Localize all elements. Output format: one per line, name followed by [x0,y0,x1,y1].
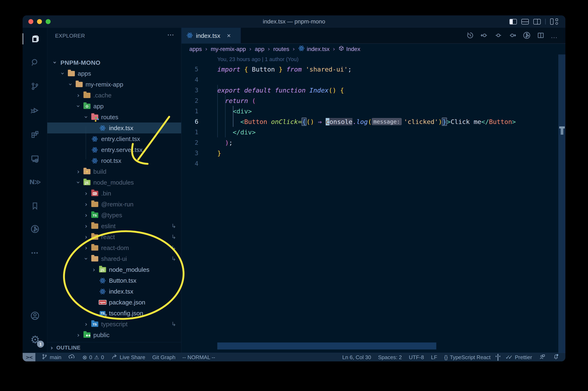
tree-item-pnpm-mono[interactable]: ›PNPM-MONO [47,57,181,68]
status-indentation[interactable]: Spaces: 2 [378,354,402,361]
tree-item-tsconfig-json[interactable]: ›TS⚙tsconfig.json [47,308,181,319]
extensions-icon[interactable] [23,125,47,144]
tree-item-entry-client-tsx[interactable]: ›entry.client.tsx [47,133,181,144]
split-editor-icon[interactable] [537,31,545,40]
explorer-more-actions-icon[interactable]: ⋯ [167,31,174,39]
breadcrumb-index[interactable]: Index [338,45,360,53]
code-line[interactable]: 4 [182,74,565,85]
tree-item-routes[interactable]: ›routes [47,112,181,122]
status-notifications[interactable] [553,353,559,361]
tree-item--types[interactable]: ›TS@types [47,210,181,221]
tree-item-label: index.tsx [109,288,133,295]
code-line[interactable]: 3export default function Index() { [182,85,565,96]
status-live-share[interactable]: Live Share [111,353,145,361]
status-copilot[interactable] [497,354,498,361]
tree-item-public[interactable]: ›public [47,330,181,340]
tree-item-package-json[interactable]: ›npmpackage.json [47,297,181,308]
tab-index-tsx[interactable]: index.tsx × [182,28,241,44]
tree-item-my-remix-app[interactable]: ›my-remix-app [47,79,181,90]
breadcrumb-app[interactable]: app [255,46,264,52]
tree-item-build[interactable]: ›▾build [47,166,181,177]
status-encoding[interactable]: UTF-8 [409,354,424,361]
git-graph-view-icon[interactable] [23,220,47,238]
status-cursor-position[interactable]: Ln 6, Col 30 [342,354,371,361]
tree-item-root-tsx[interactable]: ›root.tsx [47,155,181,166]
tree-item-shared-ui[interactable]: ›shared-ui↳ [47,253,181,264]
settings-gear-icon[interactable]: ⚙ 1 [23,330,47,349]
status-remote-indicator[interactable]: >< [23,353,35,361]
code-line[interactable]: 3} [182,148,565,158]
breadcrumb-my-remix-app[interactable]: my-remix-app [211,46,246,52]
status-feedback[interactable] [539,353,546,361]
tree-item-react-dom[interactable]: ›react-dom↳ [47,242,181,253]
next-change-icon[interactable] [508,31,517,40]
toggle-sidebar-icon[interactable] [509,19,517,24]
toggle-panel-icon[interactable] [521,19,529,24]
status-vim-mode[interactable]: -- NORMAL -- [182,354,215,361]
react-file-icon [98,125,107,131]
breadcrumb-separator: › [293,46,295,52]
status-sync[interactable] [68,353,75,362]
tree-item-apps[interactable]: ›apps [47,68,181,79]
editor-more-actions-icon[interactable]: … [551,32,558,40]
breadcrumb-apps[interactable]: apps [189,46,202,52]
tree-item-typescript[interactable]: ›TStypescript↳ [47,319,181,330]
status-git-graph[interactable]: Git Graph [152,354,175,361]
git-blame-annotation: You, 23 hours ago | 1 author (You) [217,54,565,64]
status-language-mode[interactable]: {}TypeScript React [444,354,490,361]
status-git-branch[interactable]: main [42,354,61,361]
line-number: 2 [182,139,204,146]
current-change-icon[interactable] [494,31,502,40]
tree-item-app[interactable]: ›⚙app [47,101,181,112]
run-debug-icon[interactable] [23,101,47,120]
tree-item-index-tsx[interactable]: ›index.tsx [47,122,181,133]
tab-close-icon[interactable]: × [227,32,231,39]
chevron-down-icon: › [83,113,90,121]
explorer-icon[interactable] [23,30,47,48]
more-views-icon[interactable]: ⋯ [23,244,47,262]
chevron-down-icon: › [75,179,82,187]
code-line[interactable]: 6 <Button onClick={() ⇒ console.log(mess… [182,116,565,127]
folder-icon [90,223,99,229]
code-line[interactable]: 4 [182,158,565,169]
horizontal-scrollbar[interactable] [217,342,436,349]
bookmarks-icon[interactable] [23,196,47,215]
search-icon[interactable] [23,53,47,72]
tree-item-eslint[interactable]: ›eslint↳ [47,221,181,231]
breadcrumb-index-tsx[interactable]: index.tsx [298,45,330,53]
nx-console-icon[interactable]: N≫ [23,173,47,191]
breadcrumb-routes[interactable]: routes [273,46,289,52]
tree-item--cache[interactable]: ›.cache [47,90,181,101]
tree-item-entry-server-tsx[interactable]: ›entry.server.tsx [47,144,181,155]
tree-item-index-tsx[interactable]: ›index.tsx [47,286,181,297]
tree-item--bin[interactable]: ›01.bin [47,188,181,199]
code-line[interactable]: 5import { Button } from 'shared-ui'; [182,64,565,74]
status-formatter[interactable]: ✓✓Prettier [505,354,532,361]
line-number: 6 [182,118,204,125]
code-line[interactable]: 1 </div> [182,127,565,137]
tree-item-react[interactable]: ›react↳ [47,231,181,242]
previous-change-icon[interactable] [480,31,488,40]
toggle-secondary-sidebar-icon[interactable] [533,19,541,24]
tab-bar: index.tsx × … [182,28,565,44]
status-eol[interactable]: LF [431,354,437,361]
tree-item--remix-run[interactable]: ›@remix-run [47,199,181,210]
code-line[interactable]: 2 ); [182,137,565,148]
status-problems[interactable]: ⊗0⚠0 [82,354,104,361]
customize-layout-icon[interactable] [550,18,558,25]
tree-item-node-modules[interactable]: ›JSnode_modules [47,264,181,275]
outline-section[interactable]: ›OUTLINE [47,342,181,353]
vertical-scrollbar[interactable] [558,54,565,353]
feedback-icon [539,353,546,361]
timeline-history-icon[interactable] [466,31,474,40]
code-editor[interactable]: You, 23 hours ago | 1 author (You) 5impo… [182,54,565,353]
tree-item-button-tsx[interactable]: ›Button.tsx [47,275,181,286]
code-line[interactable]: 2 return ( [182,96,565,106]
git-graph-action-icon[interactable] [523,31,531,40]
remote-explorer-icon[interactable] [23,149,47,168]
source-control-icon[interactable] [23,77,47,96]
tree-item-node-modules[interactable]: ›JSnode_modules [47,177,181,188]
account-icon[interactable] [23,306,47,325]
folder-icon [90,114,99,120]
code-line[interactable]: 1 <div> [182,106,565,116]
